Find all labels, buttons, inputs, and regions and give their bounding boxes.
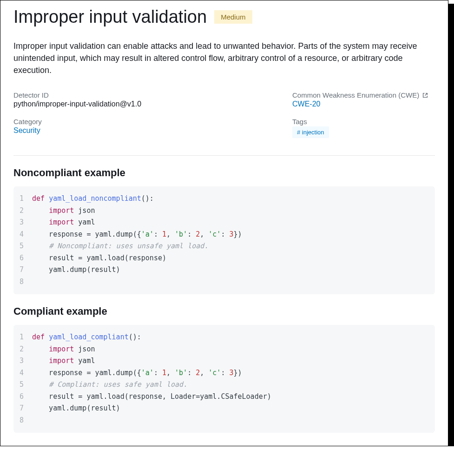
code-content: # Compliant: uses safe yaml load. [32, 379, 187, 391]
code-line: 1def yaml_load_noncompliant(): [17, 193, 428, 205]
line-number: 8 [17, 415, 32, 427]
page-container: Improper input validation Medium Imprope… [0, 0, 448, 446]
code-line: 7 yaml.dump(result) [17, 264, 428, 276]
code-content: response = yaml.dump({'a': 1, 'b': 2, 'c… [32, 367, 242, 379]
line-number: 1 [17, 331, 32, 344]
line-number: 3 [17, 217, 32, 229]
line-number: 1 [17, 193, 32, 205]
noncompliant-title: Noncompliant example [13, 167, 435, 179]
compliant-title: Compliant example [13, 305, 435, 317]
meta-grid: Detector ID python/improper-input-valida… [13, 91, 435, 144]
cwe-label: Common Weakness Enumeration (CWE) [292, 91, 435, 99]
compliant-code-block: 1def yaml_load_compliant():2 import json… [13, 325, 435, 433]
description-text: Improper input validation can enable att… [13, 40, 435, 76]
code-content: result = yaml.load(response, Loader=yaml… [32, 391, 271, 403]
code-content: def yaml_load_compliant(): [32, 331, 141, 344]
code-content: yaml.dump(result) [32, 264, 120, 276]
line-number: 7 [17, 403, 32, 415]
severity-badge: Medium [214, 10, 252, 24]
code-line: 5 # Noncompliant: uses unsafe yaml load. [17, 240, 428, 252]
code-content: yaml.dump(result) [32, 403, 120, 415]
code-content: import yaml [32, 355, 95, 367]
code-line: 2 import json [17, 205, 428, 217]
code-line: 5 # Compliant: uses safe yaml load. [17, 379, 428, 391]
code-line: 4 response = yaml.dump({'a': 1, 'b': 2, … [17, 229, 428, 241]
code-content: import json [32, 344, 95, 356]
page-title: Improper input validation [13, 7, 207, 27]
line-number: 5 [17, 240, 32, 252]
category-label: Category [13, 118, 292, 126]
code-line: 2 import json [17, 344, 428, 356]
code-line: 8 [17, 276, 428, 288]
cwe-label-text: Common Weakness Enumeration (CWE) [292, 91, 419, 99]
title-row: Improper input validation Medium [13, 7, 435, 27]
code-line: 6 result = yaml.load(response) [17, 252, 428, 264]
line-number: 4 [17, 229, 32, 241]
code-line: 7 yaml.dump(result) [17, 403, 428, 415]
external-link-icon [422, 92, 428, 99]
detector-id-value: python/improper-input-validation@v1.0 [13, 100, 292, 108]
line-number: 2 [17, 205, 32, 217]
detector-id-label: Detector ID [13, 91, 292, 99]
line-number: 7 [17, 264, 32, 276]
category-link[interactable]: Security [13, 126, 40, 135]
line-number: 8 [17, 276, 32, 288]
line-number: 3 [17, 355, 32, 367]
code-content: import yaml [32, 217, 95, 229]
code-line: 3 import yaml [17, 217, 428, 229]
code-line: 8 [17, 415, 428, 427]
meta-col-left: Detector ID python/improper-input-valida… [13, 91, 292, 144]
tags-container: # injection [292, 126, 435, 138]
code-line: 1def yaml_load_compliant(): [17, 331, 428, 344]
line-number: 6 [17, 252, 32, 264]
code-content: result = yaml.load(response) [32, 252, 166, 264]
tags-label: Tags [292, 118, 435, 126]
code-content: response = yaml.dump({'a': 1, 'b': 2, 'c… [32, 229, 242, 241]
line-number: 6 [17, 391, 32, 403]
code-content: def yaml_load_noncompliant(): [32, 193, 154, 205]
cwe-link[interactable]: CWE-20 [292, 100, 320, 108]
code-line: 6 result = yaml.load(response, Loader=ya… [17, 391, 428, 403]
code-line: 4 response = yaml.dump({'a': 1, 'b': 2, … [17, 367, 428, 379]
code-content: import json [32, 205, 95, 217]
code-content: # Noncompliant: uses unsafe yaml load. [32, 240, 208, 252]
divider [13, 155, 435, 156]
tag-chip[interactable]: # injection [292, 126, 329, 138]
meta-col-right: Common Weakness Enumeration (CWE) CWE-20… [292, 91, 435, 144]
line-number: 4 [17, 367, 32, 379]
line-number: 2 [17, 344, 32, 356]
code-line: 3 import yaml [17, 355, 428, 367]
noncompliant-code-block: 1def yaml_load_noncompliant():2 import j… [13, 186, 435, 294]
line-number: 5 [17, 379, 32, 391]
